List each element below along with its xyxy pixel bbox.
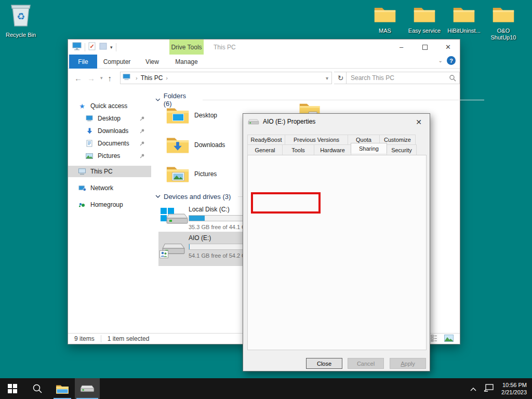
recent-locations-chevron-icon[interactable]: ▾ <box>100 75 103 81</box>
system-tray: 10:56 PM 2/21/2023 <box>470 378 532 399</box>
tab-previous-versions[interactable]: Previous Versions <box>285 135 348 144</box>
folder-icon <box>492 17 515 25</box>
sidebar-item-quick-access[interactable]: ★ Quick access <box>68 100 151 112</box>
sidebar-item-this-pc[interactable]: This PC <box>68 166 151 177</box>
folder-icon <box>374 17 396 25</box>
hard-drive-icon <box>166 213 189 228</box>
sharing-tab-page <box>247 155 427 350</box>
forward-button[interactable]: → <box>87 74 95 83</box>
windows-start-icon <box>8 384 17 393</box>
thumbnail-view-icon[interactable] <box>444 335 454 343</box>
address-dropdown-chevron-icon[interactable]: ▾ <box>326 75 329 81</box>
start-button[interactable] <box>0 378 25 399</box>
tab-tools[interactable]: Tools <box>282 144 314 155</box>
taskbar-clock[interactable]: 10:56 PM 2/21/2023 <box>501 381 527 396</box>
dialog-title-bar[interactable]: AIO (E:) Properties <box>243 114 430 129</box>
recycle-bin-label: Recycle Bin <box>1 32 41 38</box>
details-view-icon[interactable] <box>431 335 439 343</box>
pin-icon <box>140 128 145 135</box>
toolbar-separator <box>116 43 116 51</box>
dialog-title: AIO (E:) Properties <box>263 118 315 125</box>
quick-access-toolbar: ✓ ▾ <box>68 42 116 52</box>
new-folder-icon[interactable] <box>99 42 107 52</box>
desktop-folder-hibituninstaller[interactable]: HiBitUninst... <box>444 4 484 41</box>
close-button[interactable]: Close <box>306 358 342 369</box>
drive-tile-e-icon[interactable] <box>162 241 185 260</box>
drive-name[interactable]: AIO (E:) <box>189 234 211 242</box>
breadcrumb-chevron-icon[interactable]: › <box>166 75 168 81</box>
help-icon[interactable]: ? <box>447 56 456 65</box>
sidebar-item-downloads[interactable]: Downloads <box>68 125 151 137</box>
sidebar-item-homegroup[interactable]: Homegroup <box>68 199 151 210</box>
desktop-folder-mas[interactable]: MAS <box>365 4 405 41</box>
search-icon[interactable] <box>449 74 456 84</box>
address-bar[interactable]: › This PC › ▾ <box>120 72 332 84</box>
sidebar-item-network[interactable]: Network <box>68 182 151 194</box>
desktop-shortcuts: MAS Easy service HiBitUninst... O&O Shut… <box>365 4 523 41</box>
folder-tile-desktop[interactable] <box>166 105 190 127</box>
desktop-folder-easy-service[interactable]: Easy service <box>405 4 444 41</box>
sidebar-item-desktop[interactable]: Desktop <box>68 113 151 124</box>
folder-icon <box>166 135 190 154</box>
recycle-bin-shortcut[interactable]: ♻ Recycle Bin <box>1 3 41 38</box>
drive-tile-c-icon[interactable] <box>159 206 189 229</box>
svg-text:♻: ♻ <box>17 11 25 22</box>
minimize-button[interactable]: – <box>390 39 413 55</box>
properties-icon[interactable]: ✓ <box>88 42 96 52</box>
pin-icon <box>140 140 145 148</box>
taskbar-file-explorer[interactable] <box>50 378 75 399</box>
toolbar-separator <box>85 43 85 51</box>
sidebar-label: Network <box>90 184 113 192</box>
folder-icon <box>166 164 190 183</box>
tab-security[interactable]: Security <box>387 144 417 155</box>
show-hidden-icons-chevron-icon[interactable] <box>470 384 476 393</box>
sidebar-item-documents[interactable]: Documents <box>68 138 151 149</box>
network-tray-icon[interactable] <box>484 383 494 394</box>
folder-tile-label: Pictures <box>194 170 217 178</box>
navigation-bar: ← → ▾ ↑ › This PC › ▾ ↻ <box>68 69 460 87</box>
taskbar-properties-window[interactable] <box>75 378 100 399</box>
desktop-icon <box>85 115 94 122</box>
cancel-button[interactable]: Cancel <box>348 358 384 369</box>
hard-drive-icon <box>80 384 95 393</box>
downloads-icon <box>85 127 94 135</box>
tab-hardware[interactable]: Hardware <box>314 144 351 155</box>
tab-readyboost[interactable]: ReadyBoost <box>247 135 285 144</box>
search-input[interactable] <box>347 72 459 84</box>
selected-count: 1 item selected <box>101 335 156 342</box>
pin-icon <box>140 153 145 160</box>
breadcrumb[interactable]: This PC <box>141 74 163 82</box>
sidebar-label: This PC <box>90 168 113 175</box>
desktop-folder-oo-shutup10[interactable]: O&O ShutUp10 <box>484 4 523 41</box>
collapse-ribbon-chevron-icon[interactable]: ⌄ <box>438 58 443 63</box>
close-button[interactable]: ✕ <box>436 39 460 55</box>
folder-tile-downloads[interactable] <box>166 135 190 156</box>
tab-file[interactable]: File <box>69 55 97 69</box>
up-button[interactable]: ↑ <box>108 74 112 83</box>
tab-manage[interactable]: Manage <box>169 55 204 69</box>
back-button[interactable]: ← <box>74 74 82 83</box>
apply-button[interactable]: Apply <box>390 358 426 369</box>
dialog-close-button[interactable]: ✕ <box>413 117 424 127</box>
drive-tools-contextual-tab[interactable]: Drive Tools <box>169 39 204 55</box>
tab-view[interactable]: View <box>137 55 168 69</box>
homegroup-icon <box>77 202 87 208</box>
tab-sharing[interactable]: Sharing <box>351 143 387 153</box>
drive-name[interactable]: Local Disk (C:) <box>189 206 230 213</box>
folder-tile-pictures[interactable] <box>166 164 190 185</box>
sidebar-item-pictures[interactable]: Pictures <box>68 150 151 162</box>
this-pc-icon <box>77 168 87 175</box>
maximize-button[interactable] <box>413 39 436 55</box>
tab-general[interactable]: General <box>247 144 283 155</box>
chevron-down-icon <box>155 195 161 198</box>
tab-computer[interactable]: Computer <box>97 55 137 69</box>
customize-toolbar-chevron-icon[interactable]: ▾ <box>110 45 113 50</box>
folder-label: HiBitUninst... <box>444 28 484 34</box>
taskbar-search-button[interactable] <box>25 378 50 399</box>
sidebar-label: Quick access <box>90 102 127 110</box>
title-bar[interactable]: ✓ ▾ Drive Tools This PC – ✕ <box>68 39 460 55</box>
ribbon-tabs: File Computer View Manage <box>68 55 460 69</box>
search-icon <box>32 383 43 394</box>
pin-icon <box>140 115 145 123</box>
property-tabs-row1: ReadyBoost Previous Versions Quota Custo… <box>247 135 415 144</box>
